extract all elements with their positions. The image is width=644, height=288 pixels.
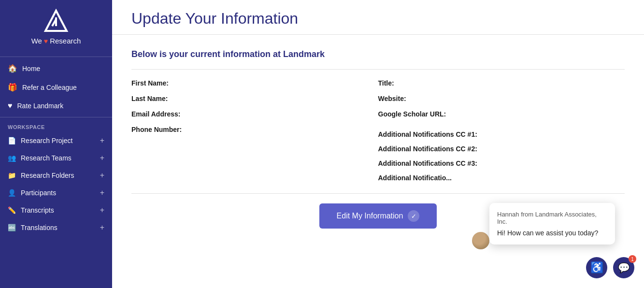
sidebar-item-research-teams-label: Research Teams	[21, 154, 72, 162]
sidebar-item-home-label: Home	[22, 65, 40, 72]
google-scholar-label: Google Scholar URL:	[378, 110, 451, 118]
notifications-section: Additional Notifications CC #1: Addition…	[378, 130, 625, 182]
research-teams-plus[interactable]: +	[100, 154, 104, 162]
edit-btn-label: Edit My Information	[337, 212, 403, 220]
participants-icon: 👤	[8, 189, 16, 197]
sidebar-item-refer-label: Refer a Colleague	[22, 84, 77, 91]
field-website: Website:	[378, 95, 625, 102]
notif-cc1-label: Additional Notifications CC #1:	[378, 130, 477, 138]
rate-heart-icon: ♥	[8, 101, 13, 110]
sidebar-item-translations[interactable]: 🔤 Translations +	[0, 219, 112, 236]
research-folders-plus[interactable]: +	[100, 171, 104, 180]
main-content: Update Your Information Below is your cu…	[112, 0, 644, 288]
sidebar-brand: We ♥ Research	[31, 37, 81, 45]
field-notif-cc2: Additional Notifications CC #2:	[378, 145, 625, 153]
brand-research: Research	[50, 37, 81, 45]
research-teams-icon: 👥	[8, 154, 16, 162]
workspace-divider	[0, 117, 112, 117]
notif-cc4-label: Additional Notificatio...	[378, 174, 452, 182]
chat-popup: Hannah from Landmark Associates, Inc. Hi…	[489, 203, 615, 245]
participants-plus[interactable]: +	[100, 188, 104, 197]
title-label: Title:	[378, 79, 451, 87]
page-header: Update Your Information	[112, 0, 644, 35]
sidebar-item-home[interactable]: 🏠 Home	[0, 59, 112, 78]
sidebar-item-rate-label: Rate Landmark	[17, 102, 64, 110]
chat-icon: 💬	[618, 262, 630, 274]
research-project-icon: 📄	[8, 137, 16, 144]
accessibility-icon: ♿	[590, 261, 603, 274]
website-label: Website:	[378, 95, 451, 102]
sidebar-item-research-folders-label: Research Folders	[21, 172, 74, 179]
transcripts-plus[interactable]: +	[100, 206, 104, 215]
workspace-nav: 📄 Research Project + 👥 Research Teams + …	[0, 132, 112, 236]
email-label: Email Address:	[131, 110, 204, 118]
field-last-name: Last Name:	[131, 95, 378, 102]
chat-button[interactable]: 💬 1	[613, 257, 634, 278]
field-phone: Phone Number:	[131, 126, 378, 133]
field-notif-cc1: Additional Notifications CC #1:	[378, 130, 625, 138]
sidebar: We ♥ Research 🏠 Home 🎁 Refer a Colleague…	[0, 0, 112, 288]
sidebar-item-transcripts[interactable]: ✏️ Transcripts +	[0, 202, 112, 219]
sidebar-item-participants-label: Participants	[21, 189, 56, 197]
info-right: Title: Website: Google Scholar URL: Addi…	[378, 79, 625, 182]
check-circle-icon: ✓	[408, 210, 419, 222]
research-folders-icon: 📁	[8, 172, 16, 179]
transcripts-icon: ✏️	[8, 206, 16, 214]
sidebar-logo: We ♥ Research	[0, 0, 112, 55]
chat-popup-header: Hannah from Landmark Associates, Inc.	[497, 211, 607, 225]
sidebar-item-research-teams[interactable]: 👥 Research Teams +	[0, 149, 112, 167]
first-name-label: First Name:	[131, 79, 204, 87]
field-notif-cc4: Additional Notificatio...	[378, 174, 625, 182]
translations-plus[interactable]: +	[100, 223, 104, 232]
chat-badge: 1	[629, 255, 636, 263]
sidebar-divider	[0, 57, 112, 57]
notif-cc3-label: Additional Notifications CC #3:	[378, 159, 477, 167]
info-grid: First Name: Last Name: Email Address: Ph…	[131, 79, 625, 182]
translations-icon: 🔤	[8, 224, 16, 231]
field-google-scholar: Google Scholar URL:	[378, 110, 625, 118]
sidebar-item-refer[interactable]: 🎁 Refer a Colleague	[0, 78, 112, 97]
sidebar-nav: 🏠 Home 🎁 Refer a Colleague ♥ Rate Landma…	[0, 59, 112, 115]
bottom-right-buttons: ♿ 💬 1	[586, 257, 634, 278]
accessibility-button[interactable]: ♿	[586, 257, 607, 278]
field-first-name: First Name:	[131, 79, 378, 87]
sidebar-item-research-folders[interactable]: 📁 Research Folders +	[0, 167, 112, 184]
phone-label: Phone Number:	[131, 126, 204, 133]
logo-icon	[43, 9, 69, 34]
sidebar-item-research-project-label: Research Project	[21, 137, 72, 144]
content-area: Below is your current information at Lan…	[112, 35, 644, 288]
info-left: First Name: Last Name: Email Address: Ph…	[131, 79, 378, 182]
notif-cc2-label: Additional Notifications CC #2:	[378, 145, 477, 153]
heart-icon: ♥	[44, 37, 48, 45]
sidebar-item-research-project[interactable]: 📄 Research Project +	[0, 132, 112, 149]
edit-my-information-button[interactable]: Edit My Information ✓	[319, 203, 437, 229]
page-title: Update Your Information	[131, 10, 625, 28]
sidebar-item-transcripts-label: Transcripts	[21, 206, 54, 214]
field-notif-cc3: Additional Notifications CC #3:	[378, 159, 625, 167]
chat-avatar	[472, 232, 489, 249]
home-icon: 🏠	[8, 64, 17, 73]
field-email: Email Address:	[131, 110, 378, 118]
chat-popup-message: Hi! How can we assist you today?	[497, 229, 607, 237]
workspace-label: WORKSPACE	[0, 119, 112, 132]
sidebar-item-translations-label: Translations	[21, 224, 57, 231]
brand-we: We	[31, 37, 42, 45]
section-title: Below is your current information at Lan…	[131, 49, 625, 59]
research-project-plus[interactable]: +	[100, 136, 104, 145]
info-divider-top	[131, 69, 625, 70]
last-name-label: Last Name:	[131, 95, 204, 102]
field-title: Title:	[378, 79, 625, 87]
sidebar-item-participants[interactable]: 👤 Participants +	[0, 184, 112, 202]
info-divider-bottom	[131, 193, 625, 194]
gift-icon: 🎁	[8, 83, 17, 92]
sidebar-item-rate[interactable]: ♥ Rate Landmark	[0, 97, 112, 115]
